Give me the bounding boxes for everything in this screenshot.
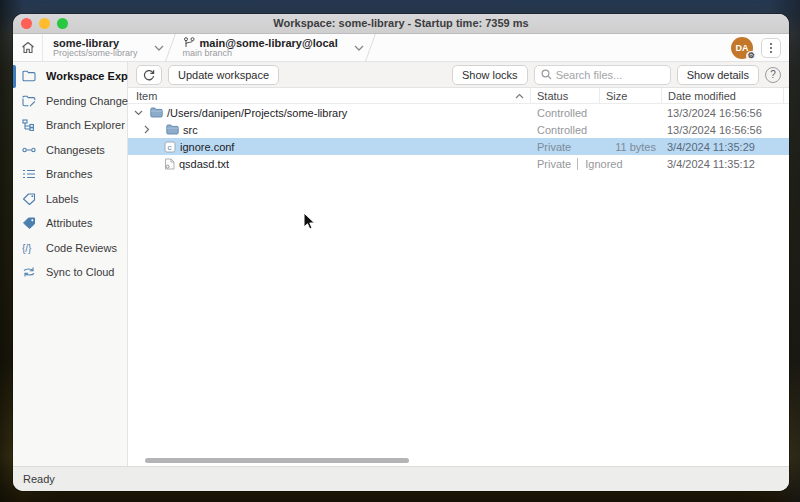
workspace-name: some-library <box>53 37 138 49</box>
home-button[interactable] <box>13 34 43 61</box>
table-header: Item Status Size Date modified <box>128 88 789 104</box>
selector-bar: some-library Projects/some-library main@… <box>13 34 789 62</box>
search-box[interactable] <box>534 65 671 85</box>
sidebar: Workspace Explorer Pending Changes Branc… <box>13 62 128 466</box>
sidebar-item-branches[interactable]: Branches <box>13 162 127 187</box>
column-header-date[interactable]: Date modified <box>662 88 784 103</box>
refresh-icon <box>143 69 155 81</box>
sidebar-item-attributes[interactable]: Attributes <box>13 211 127 236</box>
zoom-window-button[interactable] <box>57 18 68 29</box>
table-row-selected[interactable]: c ignore.conf Private 11 bytes 3/4/2024 … <box>128 138 789 155</box>
expander-open-icon[interactable] <box>134 110 144 116</box>
status-text: Ready <box>23 473 55 485</box>
chevron-down-icon <box>154 45 164 51</box>
help-button[interactable]: ? <box>765 67 781 83</box>
column-header-size[interactable]: Size <box>600 88 662 103</box>
workspace-selector[interactable]: some-library Projects/some-library <box>43 34 168 61</box>
column-header-status[interactable]: Status <box>531 88 600 103</box>
traffic-lights <box>21 18 68 29</box>
avatar-gear-icon: ⚙ <box>746 51 756 61</box>
sync-icon <box>22 266 36 278</box>
file-tree: /Users/danipen/Projects/some-library Con… <box>128 104 789 466</box>
table-row[interactable]: src Controlled 13/3/2024 16:56:56 <box>128 121 789 138</box>
svg-text:c: c <box>167 142 171 151</box>
app-window: Workspace: some-library - Startup time: … <box>13 14 789 491</box>
close-window-button[interactable] <box>21 18 32 29</box>
title-bar: Workspace: some-library - Startup time: … <box>13 14 789 34</box>
txt-file-icon <box>164 158 175 170</box>
branch-name: main@some-library@local <box>200 37 338 49</box>
branch-tree-icon <box>22 119 36 131</box>
list-icon <box>22 168 36 180</box>
more-options-button[interactable] <box>761 38 781 58</box>
sidebar-item-labels[interactable]: Labels <box>13 187 127 212</box>
refresh-button[interactable] <box>136 65 162 85</box>
sort-ascending-icon <box>515 93 524 99</box>
folder-edit-icon <box>22 95 36 107</box>
tag-filled-icon <box>22 217 36 229</box>
expander-closed-icon[interactable] <box>144 125 154 134</box>
conf-file-icon: c <box>164 141 176 153</box>
window-title: Workspace: some-library - Startup time: … <box>13 14 789 33</box>
update-workspace-button[interactable]: Update workspace <box>168 65 279 85</box>
search-icon <box>541 69 552 80</box>
sidebar-item-workspace-explorer[interactable]: Workspace Explorer <box>13 64 127 89</box>
sidebar-item-changesets[interactable]: Changesets <box>13 138 127 163</box>
chevron-down-icon <box>354 45 364 51</box>
status-bar: Ready <box>13 466 789 491</box>
user-avatar[interactable]: DA ⚙ <box>731 37 753 59</box>
minimize-window-button[interactable] <box>39 18 50 29</box>
show-details-button[interactable]: Show details <box>677 65 759 85</box>
code-icon: {/} <box>22 242 36 254</box>
changeset-icon <box>22 144 36 156</box>
horizontal-scrollbar-thumb[interactable] <box>145 458 409 463</box>
table-row[interactable]: qsdasd.txt Private Ignored 3/4/2024 11:3… <box>128 155 789 172</box>
sidebar-item-branch-explorer[interactable]: Branch Explorer <box>13 113 127 138</box>
toolbar: Update workspace Show locks Show details… <box>128 62 789 88</box>
sidebar-item-pending-changes[interactable]: Pending Changes <box>13 89 127 114</box>
folder-icon <box>150 107 163 118</box>
svg-text:{/}: {/} <box>22 242 32 253</box>
search-input[interactable] <box>556 69 664 81</box>
sidebar-item-code-reviews[interactable]: {/} Code Reviews <box>13 236 127 261</box>
status-ignored-badge: Ignored <box>577 158 622 170</box>
column-header-item[interactable]: Item <box>128 88 531 103</box>
tag-icon <box>22 193 36 205</box>
home-icon <box>21 41 35 54</box>
folder-icon <box>166 124 179 135</box>
branch-selector[interactable]: main@some-library@local main branch <box>173 34 368 61</box>
workspace-path: Projects/some-library <box>53 49 138 59</box>
folder-icon <box>22 70 36 82</box>
branch-sub: main branch <box>183 49 338 59</box>
show-locks-button[interactable]: Show locks <box>452 65 528 85</box>
table-row[interactable]: /Users/danipen/Projects/some-library Con… <box>128 104 789 121</box>
sidebar-item-sync-to-cloud[interactable]: Sync to Cloud <box>13 260 127 285</box>
